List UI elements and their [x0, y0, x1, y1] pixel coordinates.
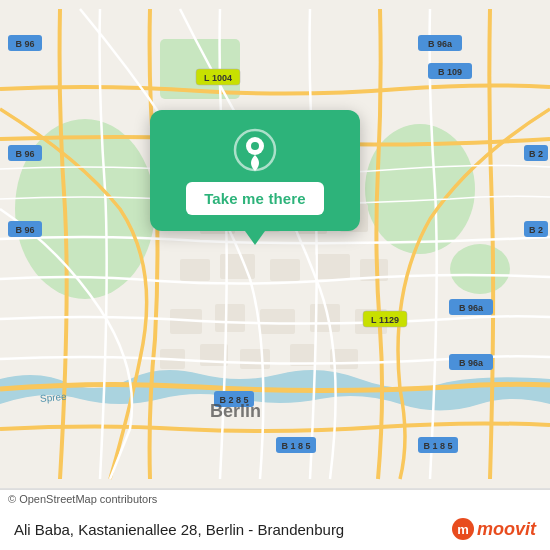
location-text: Ali Baba, Kastanienallee 28, Berlin - Br… [14, 521, 442, 538]
svg-text:B 96: B 96 [15, 149, 34, 159]
svg-text:L 1004: L 1004 [204, 73, 232, 83]
popup-card: Take me there [150, 110, 360, 231]
location-bar: Ali Baba, Kastanienallee 28, Berlin - Br… [0, 508, 550, 550]
svg-text:B 1 8 5: B 1 8 5 [281, 441, 310, 451]
svg-text:Berlin: Berlin [210, 401, 261, 421]
svg-rect-15 [270, 259, 300, 281]
svg-point-60 [251, 142, 259, 150]
svg-text:B 96a: B 96a [428, 39, 453, 49]
svg-text:B 109: B 109 [438, 67, 462, 77]
moovit-logo: m moovit [452, 518, 536, 540]
svg-rect-13 [180, 259, 210, 281]
app: B 96 B 96 B 96 B 109 B 2 B 2 B 96a B 96a… [0, 0, 550, 550]
svg-text:B 96a: B 96a [459, 358, 484, 368]
copyright-bar: © OpenStreetMap contributors [0, 489, 550, 508]
location-pin-icon [233, 128, 277, 172]
take-me-there-button[interactable]: Take me there [186, 182, 324, 215]
moovit-wordmark: moovit [477, 519, 536, 540]
svg-rect-20 [260, 309, 295, 334]
svg-text:B 96a: B 96a [459, 303, 484, 313]
moovit-icon: m [452, 518, 474, 540]
svg-text:B 96: B 96 [15, 39, 34, 49]
attribution-text: © OpenStreetMap contributors [8, 493, 157, 505]
svg-text:B 2: B 2 [529, 225, 543, 235]
map-container: B 96 B 96 B 96 B 109 B 2 B 2 B 96a B 96a… [0, 0, 550, 488]
bottom-bar: © OpenStreetMap contributors Ali Baba, K… [0, 488, 550, 550]
svg-rect-25 [240, 349, 270, 369]
svg-point-3 [450, 244, 510, 294]
svg-text:B 96: B 96 [15, 225, 34, 235]
svg-text:Spree: Spree [39, 391, 67, 404]
svg-text:B 1 8 5: B 1 8 5 [423, 441, 452, 451]
svg-text:B 2: B 2 [529, 149, 543, 159]
svg-rect-19 [215, 304, 245, 332]
svg-text:L 1129: L 1129 [371, 315, 399, 325]
map-svg: B 96 B 96 B 96 B 109 B 2 B 2 B 96a B 96a… [0, 0, 550, 488]
svg-rect-16 [315, 254, 350, 279]
